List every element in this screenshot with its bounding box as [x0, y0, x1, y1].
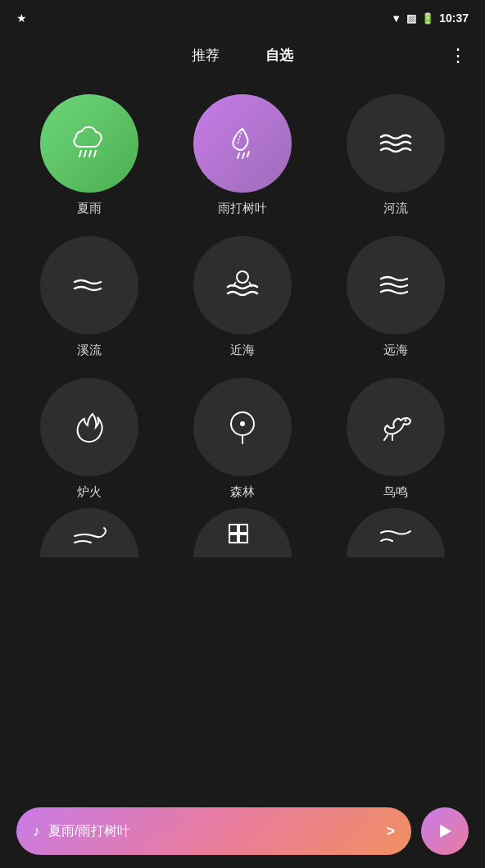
fire-icon	[68, 406, 111, 448]
svg-line-6	[247, 152, 249, 157]
play-button[interactable]	[421, 807, 469, 855]
sound-button-niaoming[interactable]	[347, 378, 445, 476]
svg-rect-16	[229, 534, 238, 543]
svg-rect-17	[239, 534, 247, 543]
grid-icon	[221, 516, 264, 557]
status-right: ▼ ▨ 🔋 10:37	[391, 11, 469, 25]
list-item[interactable]	[325, 508, 465, 557]
music-note-icon: ♪	[33, 823, 40, 840]
sound-label-niaoming: 鸟鸣	[383, 484, 408, 500]
svg-point-13	[404, 420, 406, 422]
sound-grid: 夏雨 雨打树叶 河流	[0, 78, 485, 508]
rain-leaf-icon	[221, 122, 264, 165]
near-sea-icon	[221, 264, 264, 307]
sound-button-haifeng[interactable]	[40, 508, 138, 557]
svg-rect-15	[239, 525, 247, 533]
sound-label-xiayu: 夏雨	[77, 201, 102, 216]
list-item[interactable]: 雨打树叶	[173, 94, 313, 216]
bird-icon	[374, 406, 417, 448]
river-icon	[374, 122, 417, 165]
sound-button-xiayu[interactable]	[40, 94, 138, 193]
player-bar: ♪ 夏雨/雨打树叶 >	[0, 794, 485, 868]
sound-label-luhuo: 炉火	[77, 484, 102, 500]
sound-button-senlin[interactable]	[193, 378, 292, 476]
wind2-icon	[374, 516, 417, 557]
svg-point-7	[237, 271, 248, 283]
battery-icon: 🔋	[421, 12, 434, 25]
svg-point-12	[240, 421, 245, 426]
svg-line-2	[89, 151, 91, 157]
list-item[interactable]: 远海	[325, 236, 465, 358]
svg-line-3	[94, 151, 96, 157]
star-icon: ★	[16, 11, 27, 25]
sound-label-senlin: 森林	[230, 484, 255, 500]
cloud-rain-icon	[68, 122, 111, 165]
far-sea-icon	[374, 264, 417, 307]
sound-button-xiliu[interactable]	[40, 236, 138, 334]
now-playing-text: 夏雨/雨打树叶	[48, 823, 378, 840]
sound-label-yudashuyei: 雨打树叶	[218, 201, 267, 216]
sound-button-guowai[interactable]	[347, 508, 445, 557]
svg-rect-14	[229, 525, 238, 533]
sound-button-luhuo[interactable]	[40, 378, 138, 476]
player-expand-icon: >	[386, 823, 395, 840]
partial-row	[0, 508, 485, 557]
sound-button-naoyu[interactable]	[193, 508, 292, 557]
list-item[interactable]	[20, 508, 160, 557]
signal-icon: ▨	[406, 12, 416, 25]
tab-custom[interactable]: 自选	[259, 43, 300, 68]
wind-icon	[68, 516, 111, 557]
sound-label-yuanhai: 远海	[383, 343, 408, 358]
sound-label-heliu: 河流	[383, 201, 408, 216]
play-icon	[435, 821, 455, 841]
list-item[interactable]: 炉火	[20, 378, 160, 500]
sound-button-yudashuyei[interactable]	[193, 94, 292, 193]
status-left: ★	[16, 11, 27, 25]
wifi-icon: ▼	[391, 12, 401, 25]
svg-marker-18	[440, 825, 451, 838]
list-item[interactable]	[173, 508, 313, 557]
list-item[interactable]: 近海	[173, 236, 313, 358]
player-main-button[interactable]: ♪ 夏雨/雨打树叶 >	[16, 807, 411, 855]
nav-tabs: 推荐 自选 ⋮	[0, 33, 485, 78]
stream-icon	[68, 264, 111, 307]
list-item[interactable]: 溪流	[20, 236, 160, 358]
forest-icon	[221, 406, 264, 448]
list-item[interactable]: 夏雨	[20, 94, 160, 216]
svg-line-1	[84, 151, 86, 157]
list-item[interactable]: 森林	[173, 378, 313, 500]
svg-line-4	[238, 153, 239, 158]
svg-line-0	[79, 151, 81, 157]
sound-label-xiliu: 溪流	[77, 343, 102, 358]
list-item[interactable]: 鸟鸣	[325, 378, 465, 500]
svg-line-5	[242, 153, 244, 158]
time-display: 10:37	[439, 11, 469, 25]
sound-button-yuanhai[interactable]	[347, 236, 445, 334]
sound-button-jinhai[interactable]	[193, 236, 292, 334]
list-item[interactable]: 河流	[325, 94, 465, 216]
tab-recommended[interactable]: 推荐	[185, 43, 226, 68]
more-menu-button[interactable]: ⋮	[449, 45, 465, 66]
sound-label-jinhai: 近海	[230, 343, 255, 358]
status-bar: ★ ▼ ▨ 🔋 10:37	[0, 0, 485, 33]
sound-button-heliu[interactable]	[347, 94, 445, 193]
